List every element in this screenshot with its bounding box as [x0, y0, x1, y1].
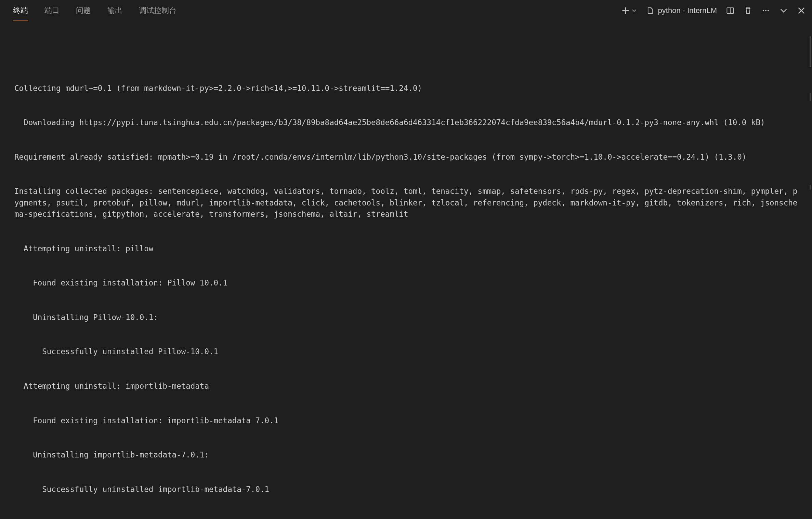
chevron-down-icon[interactable] — [631, 6, 637, 15]
tab-output[interactable]: 输出 — [107, 0, 122, 21]
terminal-output[interactable]: Collecting mdurl~=0.1 (from markdown-it-… — [0, 21, 812, 519]
session-label-text: python - InternLM — [658, 6, 717, 15]
output-line: Found existing installation: importlib-m… — [14, 415, 801, 427]
svg-point-4 — [768, 10, 769, 11]
output-line: Found existing installation: Pillow 10.0… — [14, 277, 801, 289]
svg-point-2 — [763, 10, 764, 11]
output-line: Uninstalling Pillow-10.0.1: — [14, 312, 801, 323]
output-line: Uninstalling importlib-metadata-7.0.1: — [14, 449, 801, 461]
tab-terminal[interactable]: 终端 — [13, 0, 28, 21]
terminal-session-picker[interactable]: python - InternLM — [646, 6, 717, 15]
file-icon — [646, 6, 655, 15]
tab-debug-console[interactable]: 调试控制台 — [139, 0, 176, 21]
svg-point-3 — [765, 10, 767, 11]
output-line: Requirement already satisfied: mpmath>=0… — [14, 151, 801, 163]
terminal-panel: 终端 端口 问题 输出 调试控制台 python - InternLM — [0, 0, 812, 519]
output-line: Attempting uninstall: importlib-metadata — [14, 381, 801, 392]
new-terminal-icon[interactable] — [621, 6, 630, 15]
panel-header: 终端 端口 问题 输出 调试控制台 python - InternLM — [0, 0, 812, 21]
trash-icon[interactable] — [744, 6, 752, 15]
split-terminal-icon[interactable] — [726, 6, 735, 15]
output-line: Collecting mdurl~=0.1 (from markdown-it-… — [14, 83, 801, 94]
output-line: Downloading https://pypi.tuna.tsinghua.e… — [14, 117, 801, 129]
close-icon[interactable] — [797, 6, 806, 15]
more-icon[interactable] — [761, 6, 770, 15]
scroll-marker — [810, 93, 811, 101]
scroll-marker — [810, 36, 811, 67]
output-line: Installing collected packages: sentencep… — [14, 186, 801, 220]
tab-ports[interactable]: 端口 — [44, 0, 60, 21]
output-line: Successfully uninstalled importlib-metad… — [14, 484, 801, 495]
output-line: Successfully uninstalled Pillow-10.0.1 — [14, 346, 801, 358]
panel-actions: python - InternLM — [621, 6, 806, 15]
panel-tabs: 终端 端口 问题 输出 调试控制台 — [13, 0, 176, 21]
chevron-down-collapse-icon[interactable] — [779, 6, 788, 15]
output-line: Attempting uninstall: pillow — [14, 243, 801, 255]
scroll-marker — [810, 185, 811, 189]
tab-problems[interactable]: 问题 — [76, 0, 91, 21]
